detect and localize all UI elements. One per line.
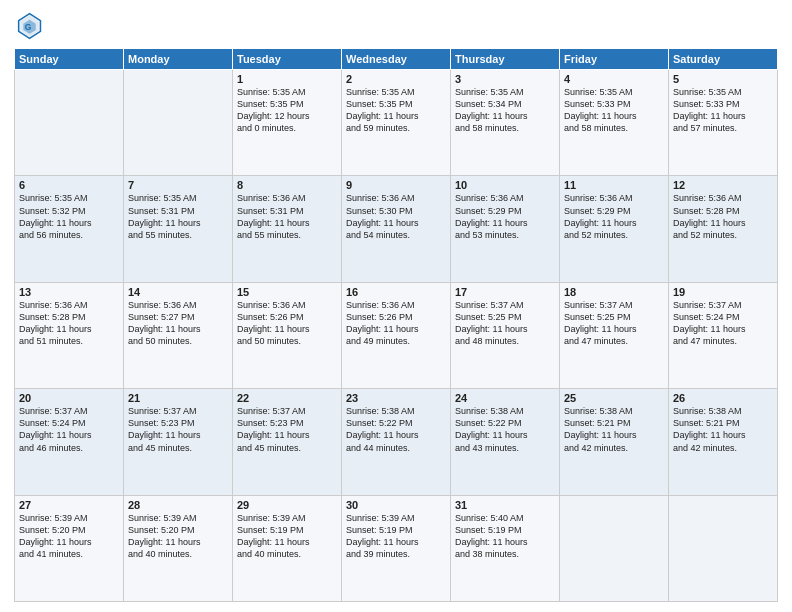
day-number: 9	[346, 179, 446, 191]
page: G SundayMondayTuesdayWednesdayThursdayFr…	[0, 0, 792, 612]
cell-text: Sunrise: 5:36 AMSunset: 5:30 PMDaylight:…	[346, 192, 446, 241]
day-number: 8	[237, 179, 337, 191]
cell-text: Sunrise: 5:35 AMSunset: 5:33 PMDaylight:…	[673, 86, 773, 135]
calendar-cell: 9Sunrise: 5:36 AMSunset: 5:30 PMDaylight…	[342, 176, 451, 282]
calendar-cell: 7Sunrise: 5:35 AMSunset: 5:31 PMDaylight…	[124, 176, 233, 282]
day-number: 17	[455, 286, 555, 298]
calendar-cell: 27Sunrise: 5:39 AMSunset: 5:20 PMDayligh…	[15, 495, 124, 601]
week-row-2: 6Sunrise: 5:35 AMSunset: 5:32 PMDaylight…	[15, 176, 778, 282]
cell-text: Sunrise: 5:39 AMSunset: 5:20 PMDaylight:…	[128, 512, 228, 561]
calendar-cell: 18Sunrise: 5:37 AMSunset: 5:25 PMDayligh…	[560, 282, 669, 388]
calendar-table: SundayMondayTuesdayWednesdayThursdayFrid…	[14, 48, 778, 602]
cell-text: Sunrise: 5:37 AMSunset: 5:24 PMDaylight:…	[673, 299, 773, 348]
day-number: 15	[237, 286, 337, 298]
day-number: 26	[673, 392, 773, 404]
calendar-cell: 28Sunrise: 5:39 AMSunset: 5:20 PMDayligh…	[124, 495, 233, 601]
day-number: 13	[19, 286, 119, 298]
week-row-3: 13Sunrise: 5:36 AMSunset: 5:28 PMDayligh…	[15, 282, 778, 388]
calendar-cell: 10Sunrise: 5:36 AMSunset: 5:29 PMDayligh…	[451, 176, 560, 282]
cell-text: Sunrise: 5:37 AMSunset: 5:23 PMDaylight:…	[237, 405, 337, 454]
calendar-cell: 17Sunrise: 5:37 AMSunset: 5:25 PMDayligh…	[451, 282, 560, 388]
day-number: 16	[346, 286, 446, 298]
calendar-cell: 15Sunrise: 5:36 AMSunset: 5:26 PMDayligh…	[233, 282, 342, 388]
cell-text: Sunrise: 5:40 AMSunset: 5:19 PMDaylight:…	[455, 512, 555, 561]
calendar-cell	[15, 70, 124, 176]
calendar-cell: 11Sunrise: 5:36 AMSunset: 5:29 PMDayligh…	[560, 176, 669, 282]
cell-text: Sunrise: 5:36 AMSunset: 5:28 PMDaylight:…	[673, 192, 773, 241]
calendar-cell: 1Sunrise: 5:35 AMSunset: 5:35 PMDaylight…	[233, 70, 342, 176]
calendar-cell: 4Sunrise: 5:35 AMSunset: 5:33 PMDaylight…	[560, 70, 669, 176]
day-number: 10	[455, 179, 555, 191]
day-number: 3	[455, 73, 555, 85]
calendar-cell: 2Sunrise: 5:35 AMSunset: 5:35 PMDaylight…	[342, 70, 451, 176]
calendar-body: 1Sunrise: 5:35 AMSunset: 5:35 PMDaylight…	[15, 70, 778, 602]
calendar-cell: 31Sunrise: 5:40 AMSunset: 5:19 PMDayligh…	[451, 495, 560, 601]
cell-text: Sunrise: 5:35 AMSunset: 5:35 PMDaylight:…	[346, 86, 446, 135]
cell-text: Sunrise: 5:35 AMSunset: 5:35 PMDaylight:…	[237, 86, 337, 135]
calendar-cell: 19Sunrise: 5:37 AMSunset: 5:24 PMDayligh…	[669, 282, 778, 388]
header-day-friday: Friday	[560, 49, 669, 70]
calendar-cell: 6Sunrise: 5:35 AMSunset: 5:32 PMDaylight…	[15, 176, 124, 282]
cell-text: Sunrise: 5:37 AMSunset: 5:23 PMDaylight:…	[128, 405, 228, 454]
cell-text: Sunrise: 5:35 AMSunset: 5:34 PMDaylight:…	[455, 86, 555, 135]
cell-text: Sunrise: 5:37 AMSunset: 5:24 PMDaylight:…	[19, 405, 119, 454]
day-number: 19	[673, 286, 773, 298]
day-number: 20	[19, 392, 119, 404]
day-number: 7	[128, 179, 228, 191]
week-row-1: 1Sunrise: 5:35 AMSunset: 5:35 PMDaylight…	[15, 70, 778, 176]
logo: G	[14, 12, 46, 40]
day-number: 31	[455, 499, 555, 511]
cell-text: Sunrise: 5:36 AMSunset: 5:26 PMDaylight:…	[346, 299, 446, 348]
calendar-cell: 21Sunrise: 5:37 AMSunset: 5:23 PMDayligh…	[124, 389, 233, 495]
calendar-cell	[560, 495, 669, 601]
cell-text: Sunrise: 5:35 AMSunset: 5:31 PMDaylight:…	[128, 192, 228, 241]
calendar-cell: 22Sunrise: 5:37 AMSunset: 5:23 PMDayligh…	[233, 389, 342, 495]
day-number: 28	[128, 499, 228, 511]
cell-text: Sunrise: 5:36 AMSunset: 5:28 PMDaylight:…	[19, 299, 119, 348]
cell-text: Sunrise: 5:38 AMSunset: 5:21 PMDaylight:…	[564, 405, 664, 454]
calendar-cell: 23Sunrise: 5:38 AMSunset: 5:22 PMDayligh…	[342, 389, 451, 495]
cell-text: Sunrise: 5:38 AMSunset: 5:21 PMDaylight:…	[673, 405, 773, 454]
calendar-cell	[669, 495, 778, 601]
day-number: 11	[564, 179, 664, 191]
calendar-cell: 8Sunrise: 5:36 AMSunset: 5:31 PMDaylight…	[233, 176, 342, 282]
day-number: 24	[455, 392, 555, 404]
cell-text: Sunrise: 5:37 AMSunset: 5:25 PMDaylight:…	[564, 299, 664, 348]
header-day-saturday: Saturday	[669, 49, 778, 70]
cell-text: Sunrise: 5:36 AMSunset: 5:31 PMDaylight:…	[237, 192, 337, 241]
calendar-cell: 3Sunrise: 5:35 AMSunset: 5:34 PMDaylight…	[451, 70, 560, 176]
day-number: 27	[19, 499, 119, 511]
calendar-cell: 25Sunrise: 5:38 AMSunset: 5:21 PMDayligh…	[560, 389, 669, 495]
day-number: 14	[128, 286, 228, 298]
calendar-cell: 29Sunrise: 5:39 AMSunset: 5:19 PMDayligh…	[233, 495, 342, 601]
calendar-cell: 13Sunrise: 5:36 AMSunset: 5:28 PMDayligh…	[15, 282, 124, 388]
week-row-5: 27Sunrise: 5:39 AMSunset: 5:20 PMDayligh…	[15, 495, 778, 601]
day-number: 22	[237, 392, 337, 404]
cell-text: Sunrise: 5:36 AMSunset: 5:29 PMDaylight:…	[564, 192, 664, 241]
calendar-header: SundayMondayTuesdayWednesdayThursdayFrid…	[15, 49, 778, 70]
header-day-wednesday: Wednesday	[342, 49, 451, 70]
logo-icon: G	[14, 12, 42, 40]
calendar-cell: 26Sunrise: 5:38 AMSunset: 5:21 PMDayligh…	[669, 389, 778, 495]
cell-text: Sunrise: 5:38 AMSunset: 5:22 PMDaylight:…	[346, 405, 446, 454]
cell-text: Sunrise: 5:38 AMSunset: 5:22 PMDaylight:…	[455, 405, 555, 454]
calendar-cell: 5Sunrise: 5:35 AMSunset: 5:33 PMDaylight…	[669, 70, 778, 176]
calendar-cell: 14Sunrise: 5:36 AMSunset: 5:27 PMDayligh…	[124, 282, 233, 388]
day-number: 4	[564, 73, 664, 85]
calendar-cell: 12Sunrise: 5:36 AMSunset: 5:28 PMDayligh…	[669, 176, 778, 282]
cell-text: Sunrise: 5:39 AMSunset: 5:19 PMDaylight:…	[237, 512, 337, 561]
header-day-tuesday: Tuesday	[233, 49, 342, 70]
header-day-sunday: Sunday	[15, 49, 124, 70]
day-number: 21	[128, 392, 228, 404]
calendar-cell: 30Sunrise: 5:39 AMSunset: 5:19 PMDayligh…	[342, 495, 451, 601]
cell-text: Sunrise: 5:36 AMSunset: 5:26 PMDaylight:…	[237, 299, 337, 348]
day-number: 30	[346, 499, 446, 511]
day-number: 25	[564, 392, 664, 404]
svg-text:G: G	[25, 22, 32, 32]
cell-text: Sunrise: 5:35 AMSunset: 5:33 PMDaylight:…	[564, 86, 664, 135]
calendar-cell: 20Sunrise: 5:37 AMSunset: 5:24 PMDayligh…	[15, 389, 124, 495]
header-day-monday: Monday	[124, 49, 233, 70]
cell-text: Sunrise: 5:35 AMSunset: 5:32 PMDaylight:…	[19, 192, 119, 241]
cell-text: Sunrise: 5:39 AMSunset: 5:20 PMDaylight:…	[19, 512, 119, 561]
day-number: 23	[346, 392, 446, 404]
